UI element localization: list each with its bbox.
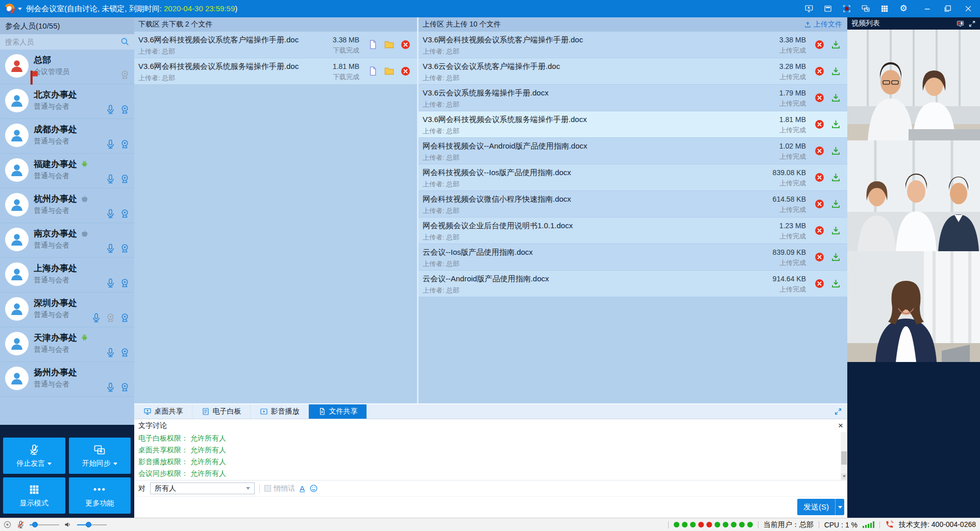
microphone-icon[interactable]: [105, 278, 116, 288]
expand-panel-icon[interactable]: [834, 407, 842, 416]
scrollbar-thumb[interactable]: [841, 451, 847, 465]
microphone-icon[interactable]: [105, 174, 116, 184]
more-functions-button[interactable]: ••• 更多功能: [69, 477, 131, 514]
search-icon[interactable]: [120, 37, 130, 46]
delete-file-icon[interactable]: [814, 172, 825, 183]
record-icon[interactable]: [842, 4, 851, 13]
upload-file-row[interactable]: 云会议--Ios版产品使用指南.docx 上传者: 总部 839.09 KB 上…: [419, 244, 847, 271]
upload-file-row[interactable]: 网会视频会议企业后台使用说明书1.0.1.docx 上传者: 总部 1.23 M…: [419, 218, 847, 244]
participant-row[interactable]: 南京办事处 普通与会者: [0, 223, 134, 258]
participant-row[interactable]: 天津办事处 普通与会者: [0, 327, 134, 362]
delete-file-icon[interactable]: [400, 39, 411, 50]
window-mode-icon[interactable]: [823, 4, 832, 13]
font-style-button[interactable]: A: [300, 484, 305, 493]
open-file-icon[interactable]: [368, 66, 378, 77]
delete-file-icon[interactable]: [814, 119, 825, 130]
expand-video-icon[interactable]: [968, 20, 976, 28]
screen-share-icon[interactable]: [804, 4, 814, 13]
download-file-icon[interactable]: [830, 39, 841, 50]
microphone-icon[interactable]: [105, 243, 116, 254]
webcam-disabled-icon[interactable]: [119, 69, 130, 80]
sync-screens-icon[interactable]: [861, 4, 870, 13]
webcam-icon[interactable]: [119, 139, 130, 150]
microphone-icon[interactable]: [105, 347, 116, 358]
tab-desktop-share[interactable]: 桌面共享: [134, 404, 192, 419]
delete-file-icon[interactable]: [400, 66, 411, 77]
download-file-icon[interactable]: [830, 66, 841, 77]
download-file-icon[interactable]: [830, 146, 841, 156]
tab-whiteboard[interactable]: 电子白板: [192, 404, 251, 419]
caret-down-icon[interactable]: [113, 463, 117, 465]
chat-scrollbar[interactable]: [841, 432, 847, 480]
participant-row[interactable]: 成都办事处 普通与会者: [0, 119, 134, 154]
upload-file-row[interactable]: 网会科技视频会议微信小程序快速指南.docx 上传者: 总部 614.58 KB…: [419, 191, 847, 218]
minimize-button[interactable]: [923, 4, 932, 13]
close-button[interactable]: [964, 4, 973, 13]
webcam-icon[interactable]: [119, 347, 130, 358]
room-menu-chevron-icon[interactable]: [18, 8, 22, 10]
download-file-icon[interactable]: [830, 278, 841, 289]
upload-file-row[interactable]: 云会议--Android版产品使用指南.docx 上传者: 总部 914.64 …: [419, 271, 847, 297]
webcam-icon[interactable]: [119, 243, 130, 254]
display-mode-button[interactable]: 显示模式: [3, 477, 65, 514]
delete-file-icon[interactable]: [814, 199, 825, 209]
download-file-icon[interactable]: [830, 199, 841, 209]
message-input-area[interactable]: 发送(S): [134, 496, 847, 518]
upload-file-row[interactable]: V3.6云会议会议系统客户端操作手册.doc 上传者: 总部 3.28 MB 上…: [419, 58, 847, 85]
participant-row[interactable]: 扬州办事处 普通与会者: [0, 362, 134, 397]
webcam-icon[interactable]: [119, 278, 130, 288]
close-chat-icon[interactable]: ×: [838, 421, 843, 430]
search-input[interactable]: [0, 38, 134, 46]
upload-file-link[interactable]: 上传文件: [804, 20, 842, 29]
open-file-icon[interactable]: [368, 39, 378, 50]
upload-file-row[interactable]: V3.6网会科技视频会议系统客户端操作手册.doc 上传者: 总部 3.38 M…: [419, 32, 847, 58]
upload-file-row[interactable]: V3.6网会科技视频会议系统服务端操作手册.docx 上传者: 总部 1.81 …: [419, 111, 847, 138]
emoji-icon[interactable]: [309, 484, 318, 493]
speaker-volume-slider[interactable]: [77, 524, 107, 525]
webcam-disabled-icon[interactable]: [105, 312, 116, 323]
download-file-icon[interactable]: [830, 172, 841, 183]
maximize-button[interactable]: [943, 4, 952, 13]
microphone-icon[interactable]: [105, 382, 116, 393]
upload-file-row[interactable]: 网会科技视频会议--Android版产品使用指南.docx 上传者: 总部 1.…: [419, 138, 847, 164]
start-sync-button[interactable]: 开始同步: [69, 438, 131, 474]
layout-grid-icon[interactable]: [880, 4, 889, 13]
upload-file-row[interactable]: 网会科技视频会议--Ios版产品使用指南.docx 上传者: 总部 839.08…: [419, 164, 847, 191]
download-file-icon[interactable]: [830, 252, 841, 262]
webcam-icon[interactable]: [119, 312, 130, 323]
whisper-checkbox[interactable]: [264, 485, 271, 492]
participant-row[interactable]: 上海办事处 普通与会者: [0, 258, 134, 293]
delete-file-icon[interactable]: [814, 66, 825, 77]
webcam-icon[interactable]: [119, 382, 130, 393]
participant-row[interactable]: 深圳办事处 普通与会者: [0, 293, 134, 327]
settings-gear-icon[interactable]: ⚙: [899, 4, 908, 13]
microphone-icon[interactable]: [91, 312, 102, 323]
video-thumbnail[interactable]: [847, 140, 980, 251]
mic-muted-icon[interactable]: [16, 520, 25, 529]
video-thumbnail[interactable]: [847, 30, 980, 140]
recipient-select[interactable]: 所有人: [150, 482, 255, 494]
webcam-icon[interactable]: [119, 104, 130, 115]
speaker-icon[interactable]: [64, 520, 72, 529]
delete-file-icon[interactable]: [814, 39, 825, 50]
download-file-icon[interactable]: [830, 225, 841, 236]
video-layout-icon[interactable]: [957, 20, 964, 28]
caret-down-icon[interactable]: [47, 463, 52, 465]
download-file-icon[interactable]: [830, 92, 841, 103]
video-thumbnail[interactable]: [847, 251, 980, 362]
stop-speaking-button[interactable]: 停止发言: [3, 438, 65, 474]
open-folder-icon[interactable]: [384, 39, 395, 50]
open-folder-icon[interactable]: [384, 66, 395, 77]
mic-volume-slider[interactable]: [30, 524, 59, 525]
delete-file-icon[interactable]: [814, 225, 825, 236]
scrollbar-down-arrow[interactable]: [841, 473, 847, 479]
participant-row[interactable]: 福建办事处 普通与会者: [0, 154, 134, 188]
record-target-icon[interactable]: [3, 520, 12, 529]
webcam-icon[interactable]: [119, 174, 130, 184]
download-file-icon[interactable]: [830, 119, 841, 130]
tab-media-play[interactable]: 影音播放: [251, 404, 309, 419]
participant-row[interactable]: 总部 会议管理员: [0, 50, 134, 84]
upload-file-row[interactable]: V3.6云会议系统服务端操作手册.docx 上传者: 总部 1.79 MB 上传…: [419, 85, 847, 111]
delete-file-icon[interactable]: [814, 278, 825, 289]
microphone-icon[interactable]: [105, 139, 116, 150]
